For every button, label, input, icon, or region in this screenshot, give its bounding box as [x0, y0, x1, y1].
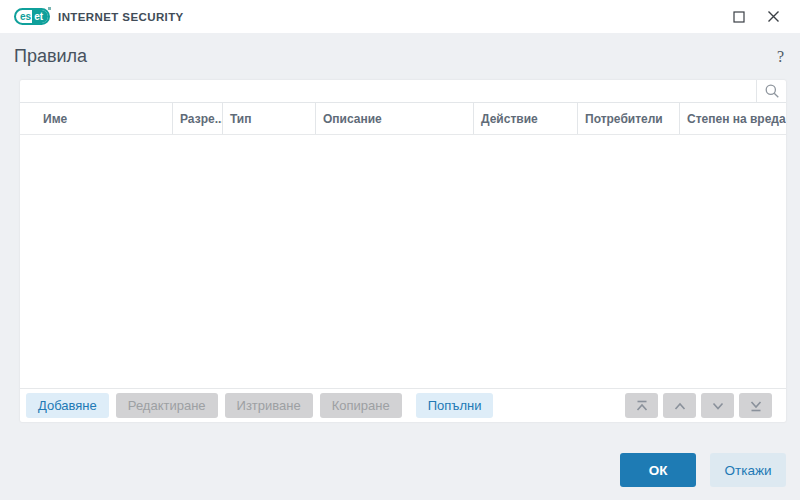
brand: es et INTERNET SECURITY [14, 8, 184, 25]
trademark-icon [48, 7, 51, 10]
delete-button: Изтриване [225, 393, 313, 418]
ok-button[interactable]: ОК [620, 453, 696, 487]
move-down-button[interactable] [701, 393, 734, 418]
column-header-permission[interactable]: Разре... [172, 103, 222, 134]
column-header-action[interactable]: Действие [473, 103, 577, 134]
page-title: Правила [14, 46, 87, 67]
window-controls [726, 5, 786, 29]
search-input[interactable] [20, 80, 756, 102]
maximize-icon [733, 11, 745, 23]
eset-logo-icon: es et [14, 8, 50, 25]
column-header-users[interactable]: Потребители [577, 103, 679, 134]
search-button[interactable] [756, 80, 786, 102]
chevron-down-icon [711, 400, 725, 412]
cancel-button[interactable]: Откажи [710, 453, 786, 487]
search-bar [20, 80, 786, 103]
dialog-footer: ОК Откажи [0, 422, 800, 500]
eset-logo-es: es [16, 10, 32, 23]
column-header-severity[interactable]: Степен на вреда [679, 103, 786, 134]
eset-rules-window: es et INTERNET SECURITY Правила ? [0, 0, 800, 500]
move-up-button[interactable] [663, 393, 696, 418]
copy-button: Копиране [320, 393, 402, 418]
page-header: Правила ? [0, 33, 800, 80]
brand-text: INTERNET SECURITY [58, 11, 184, 23]
help-button[interactable]: ? [775, 48, 786, 66]
column-header-name[interactable]: Име [20, 103, 172, 134]
column-header-type[interactable]: Тип [222, 103, 315, 134]
title-bar: es et INTERNET SECURITY [0, 0, 800, 33]
edit-button: Редактиране [116, 393, 218, 418]
table-header-row: Име Разре... Тип Описание Действие Потре… [20, 103, 786, 135]
fill-button[interactable]: Попълни [416, 393, 494, 418]
close-button[interactable] [760, 5, 786, 29]
rules-table-body [20, 135, 786, 388]
move-bottom-button[interactable] [739, 393, 772, 418]
eset-logo-et: et [32, 10, 48, 23]
add-button[interactable]: Добавяне [26, 393, 109, 418]
close-icon [767, 10, 780, 23]
maximize-button[interactable] [726, 5, 752, 29]
chevron-up-icon [673, 400, 687, 412]
chevron-down-bar-icon [749, 400, 763, 412]
rules-toolbar: Добавяне Редактиране Изтриване Копиране … [20, 388, 786, 422]
move-top-button[interactable] [625, 393, 658, 418]
search-icon [764, 83, 780, 99]
chevron-up-bar-icon [635, 400, 649, 412]
column-header-description[interactable]: Описание [315, 103, 473, 134]
rules-panel: Име Разре... Тип Описание Действие Потре… [20, 80, 786, 422]
